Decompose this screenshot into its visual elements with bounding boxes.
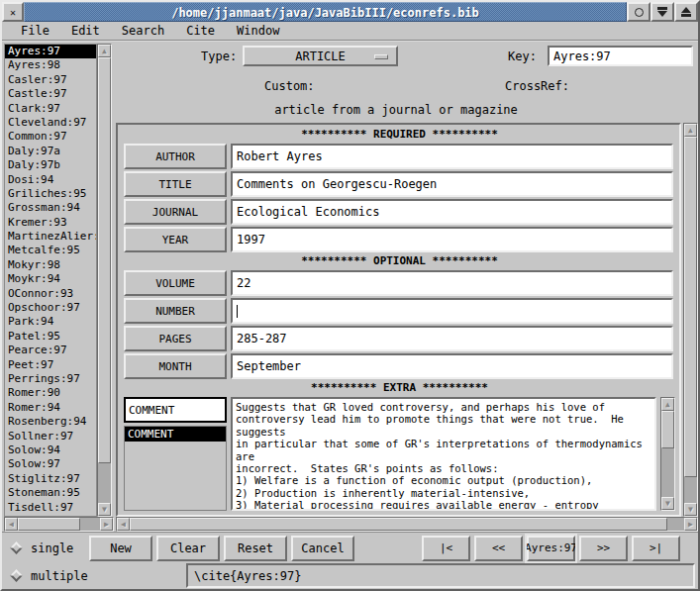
number-field-label[interactable]: NUMBER [124,298,227,324]
comment-vscroll-thumb[interactable] [661,411,674,448]
entry-list-item[interactable]: MartinezAlier:97 [5,230,96,244]
entry-list-item[interactable]: Metcalfe:95 [5,244,96,257]
comment-vscroll-track[interactable] [661,411,674,497]
clear-button[interactable]: Clear [156,536,220,561]
iconify-button[interactable] [627,2,650,22]
entry-list-item[interactable]: Cleveland:97 [5,116,96,130]
entry-list-item[interactable]: Solow:94 [5,443,96,457]
main-vscroll-up-arrow-icon[interactable]: ▲ [684,124,697,137]
entry-list-item[interactable]: Peet:97 [5,358,96,372]
month-field-input[interactable] [231,353,673,379]
list-vscroll-down-arrow-icon[interactable]: ▼ [98,503,111,516]
entry-list-item[interactable]: Castle:97 [5,87,96,101]
entry-list-item[interactable]: Romer:90 [5,386,96,400]
extra-field-name-input[interactable] [124,397,227,423]
list-vscroll-thumb[interactable] [98,57,111,463]
list-hscroll-track[interactable] [18,518,100,531]
comment-vscrollbar[interactable]: ▲ ▼ [660,397,675,511]
number-field-input[interactable] [231,298,673,324]
entry-list-item[interactable]: Solow:97 [5,457,96,471]
menu-cite[interactable]: Cite [175,22,226,40]
year-field-input[interactable] [231,227,673,252]
pages-field-label[interactable]: PAGES [124,326,227,351]
entry-list-item[interactable]: Kremer:93 [5,216,96,230]
entry-list-item[interactable]: Park:94 [5,315,96,329]
volume-field-label[interactable]: VOLUME [124,270,227,296]
entry-list-item[interactable]: OConnor:93 [5,287,96,301]
entry-list-item[interactable]: Grossman:94 [5,201,96,215]
title-field-label[interactable]: TITLE [124,171,227,197]
entry-list-item[interactable]: Tisdell:97 [5,501,96,515]
reset-button[interactable]: Reset [224,536,287,561]
entry-list-item[interactable]: Daly:97b [5,158,96,172]
list-vscroll-up-arrow-icon[interactable]: ▲ [98,45,111,57]
nav-current-entry-button[interactable]: Ayres:97 [527,536,575,561]
main-vscroll-track[interactable] [684,137,697,503]
list-vscroll-track[interactable] [98,57,111,503]
entry-list-item[interactable]: Romer:94 [5,401,96,415]
type-dropdown[interactable]: ARTICLE [243,46,398,66]
entry-list-item[interactable]: Daly:97a [5,145,96,158]
key-input[interactable] [548,46,693,66]
main-vscroll-thumb[interactable] [684,137,697,477]
entry-list-item[interactable]: Ayres:98 [5,58,96,72]
entry-list-item[interactable]: Common:97 [5,130,96,144]
entry-list-item[interactable]: Perrings:97 [5,372,96,386]
menu-search[interactable]: Search [111,22,175,40]
title-field-input[interactable] [231,171,673,197]
list-hscroll-right-arrow-icon[interactable]: ▶ [100,518,113,531]
entry-list-item[interactable]: Dosi:94 [5,173,96,187]
entry-list-item[interactable]: Sollner:97 [5,430,96,443]
main-hscroll-track[interactable] [130,518,684,531]
extra-field-list-item[interactable]: COMMENT [125,427,226,442]
nav-last-button[interactable]: >| [632,536,680,561]
new-button[interactable]: New [89,536,152,561]
entry-list-item[interactable]: Clark:97 [5,102,96,116]
pages-field-input[interactable] [231,326,673,351]
nav-next-button[interactable]: >> [579,536,628,561]
entry-list-item[interactable]: Casler:97 [5,73,96,87]
author-field-label[interactable]: AUTHOR [124,144,227,169]
volume-field-input[interactable] [231,270,673,296]
lower-button[interactable] [650,2,674,22]
entry-list-item[interactable]: Stoneman:95 [5,486,96,500]
year-field-label[interactable]: YEAR [124,227,227,252]
menu-window[interactable]: Window [226,22,290,40]
entry-list-item[interactable]: Rosenberg:94 [5,415,96,429]
list-hscroll-left-arrow-icon[interactable]: ◀ [5,518,18,531]
entry-list-item[interactable]: Griliches:95 [5,187,96,201]
list-vscrollbar[interactable]: ▲ ▼ [97,44,112,517]
main-hscroll-left-arrow-icon[interactable]: ◀ [117,518,130,531]
author-field-input[interactable] [231,144,673,169]
nav-first-button[interactable]: |< [422,536,470,561]
comment-vscroll-down-arrow-icon[interactable]: ▼ [661,497,674,510]
close-button[interactable]: ✕ [2,2,24,22]
entry-list-item[interactable]: Patel:95 [5,330,96,344]
comment-vscroll-up-arrow-icon[interactable]: ▲ [661,398,674,411]
comment-textarea[interactable]: Suggests that GR loved controversy, and … [231,397,656,511]
menu-edit[interactable]: Edit [60,22,111,40]
journal-field-label[interactable]: JOURNAL [124,199,227,225]
main-hscroll-right-arrow-icon[interactable]: ▶ [684,518,697,531]
list-hscroll-thumb[interactable] [18,518,80,531]
entry-list-item[interactable]: Moykr:94 [5,272,96,286]
nav-prev-button[interactable]: << [474,536,523,561]
main-vscrollbar[interactable]: ▲ ▼ [683,123,698,517]
raise-button[interactable] [674,2,698,22]
entry-list-item[interactable]: Mokyr:98 [5,258,96,272]
entry-list-item[interactable]: Stiglitz:97 [5,472,96,486]
main-vscroll-down-arrow-icon[interactable]: ▼ [684,503,697,516]
list-hscrollbar[interactable]: ◀ ▶ [4,517,114,532]
cite-command-field[interactable]: \cite{Ayres:97} [186,563,695,588]
entry-list-item[interactable]: Pearce:97 [5,344,96,357]
main-hscrollbar[interactable]: ◀ ▶ [116,517,698,532]
entry-list-item[interactable]: Ayres:97 [5,45,96,58]
main-hscroll-thumb[interactable] [130,518,667,531]
multiple-mode-radio[interactable]: multiple [2,569,186,583]
entry-list-item[interactable]: Opschoor:97 [5,301,96,315]
menu-file[interactable]: File [10,22,60,40]
journal-field-input[interactable] [231,199,673,225]
month-field-label[interactable]: MONTH [124,353,227,379]
cancel-button[interactable]: Cancel [291,536,354,561]
single-mode-radio[interactable]: single [2,542,89,555]
